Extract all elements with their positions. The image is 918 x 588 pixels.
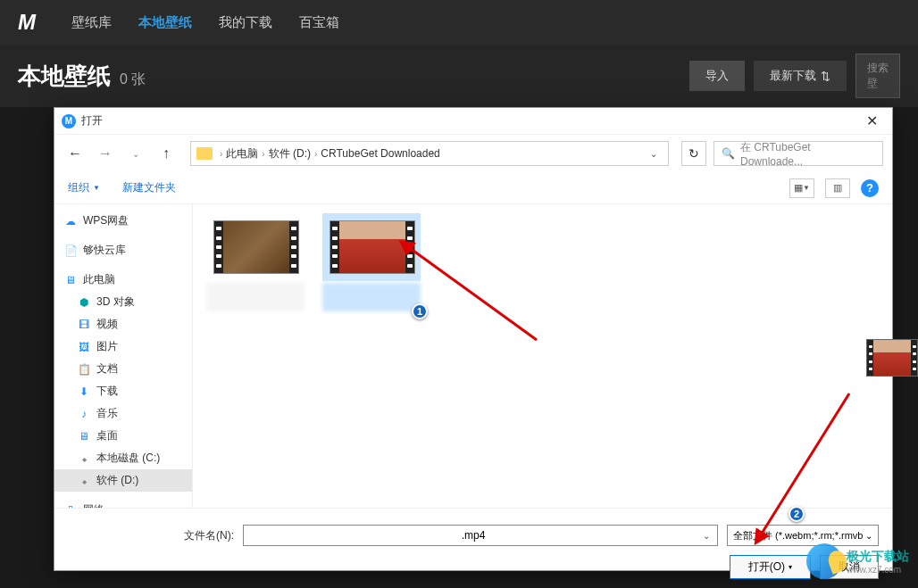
sidebar-item-video[interactable]: 🎞 视频 [54, 313, 192, 335]
nav-tab-library[interactable]: 壁纸库 [71, 14, 112, 31]
watermark-name: 极光下载站 [847, 549, 909, 565]
breadcrumb-item[interactable]: CRTubeGet Downloaded [321, 147, 439, 160]
page-title-text: 本地壁纸 [18, 61, 111, 92]
page-title: 本地壁纸 0 张 [18, 61, 146, 92]
dialog-titlebar: M 打开 ✕ [54, 108, 892, 135]
nav-tab-downloads[interactable]: 我的下载 [219, 14, 272, 31]
desktop-icon: 🖥 [77, 429, 91, 443]
sidebar-item-label: 文档 [96, 361, 118, 377]
file-list[interactable] [193, 204, 892, 508]
sidebar-item-network[interactable]: 🖧 网络 [54, 499, 192, 508]
filename-value: .mp4 [462, 529, 486, 542]
open-button-label: 打开(O) [748, 559, 785, 575]
preview-pane-button[interactable]: ▥ [825, 178, 850, 198]
chevron-down-icon: ▼ [93, 184, 100, 192]
sub-header: 本地壁纸 0 张 导入 最新下载 ⇅ 搜索壁 [0, 45, 918, 107]
dialog-toolbar: 组织 ▼ 新建文件夹 ▦ ▼ ▥ ? [54, 172, 892, 204]
sidebar-item-goukuai[interactable]: 📄 够快云库 [54, 239, 192, 261]
sidebar-item-image[interactable]: 🖼 图片 [54, 335, 192, 358]
download-icon: ⬇ [77, 385, 91, 399]
file-label [206, 283, 305, 311]
file-item-selected[interactable] [322, 213, 421, 499]
new-folder-button[interactable]: 新建文件夹 [122, 180, 176, 195]
sidebar-item-label: 软件 (D:) [96, 473, 138, 488]
open-button[interactable]: 打开(O) ▾ [730, 555, 811, 579]
dialog-nav: ← → ⌄ ↑ › 此电脑 › 软件 (D:) › CRTubeGet Down… [54, 135, 892, 172]
image-icon: 🖼 [77, 340, 91, 354]
sidebar-item-label: 下载 [96, 384, 118, 399]
organize-menu[interactable]: 组织 ▼ [68, 180, 100, 195]
annotation-badge-2: 2 [789, 506, 805, 522]
pc-icon: 🖥 [63, 273, 78, 287]
breadcrumb-item[interactable]: 此电脑 [226, 146, 258, 161]
breadcrumb-item[interactable]: 软件 (D:) [269, 146, 311, 161]
sidebar-item-label: 视频 [96, 317, 118, 332]
sidebar-item-download[interactable]: ⬇ 下载 [54, 380, 192, 402]
sidebar-item-thispc[interactable]: 🖥 此电脑 [54, 269, 192, 291]
3d-icon: ⬢ [77, 295, 91, 310]
sidebar-item-desktop[interactable]: 🖥 桌面 [54, 425, 192, 447]
chevron-right-icon: › [262, 149, 264, 159]
chevron-down-icon[interactable]: ⌄ [703, 531, 710, 541]
video-icon: 🎞 [77, 318, 91, 332]
sidebar-item-disk-c[interactable]: ⬥ 本地磁盘 (C:) [54, 447, 192, 469]
watermark-url: www.xz7.com [847, 565, 909, 575]
help-icon[interactable]: ? [861, 179, 879, 197]
folder-icon [196, 147, 213, 160]
file-label [322, 283, 421, 311]
close-icon[interactable]: ✕ [859, 112, 885, 129]
search-input[interactable]: 搜索壁 [855, 54, 900, 98]
page-count: 0 张 [120, 70, 146, 89]
up-button[interactable]: ↑ [154, 142, 178, 165]
recent-dropdown[interactable]: ⌄ [124, 142, 147, 165]
header-actions: 导入 最新下载 ⇅ 搜索壁 [689, 54, 900, 98]
search-placeholder: 在 CRTubeGet Downloade... [740, 140, 875, 168]
sort-icon: ⇅ [821, 70, 830, 83]
chevron-right-icon: › [314, 149, 317, 159]
sidebar-item-label: 3D 对象 [96, 294, 135, 310]
watermark-icon [806, 543, 842, 579]
filename-input[interactable]: x .mp4 ⌄ [243, 525, 718, 546]
refresh-button[interactable]: ↻ [681, 141, 706, 166]
sidebar-item-label: 此电脑 [83, 272, 115, 287]
dialog-search-input[interactable]: 🔍 在 CRTubeGet Downloade... [714, 141, 883, 166]
dialog-title: 打开 [81, 113, 103, 128]
app-logo: M [18, 10, 36, 35]
search-icon: 🔍 [722, 147, 735, 160]
disk-icon: ⬥ [77, 474, 91, 488]
sidebar-item-3d[interactable]: ⬢ 3D 对象 [54, 291, 192, 313]
dialog-app-icon: M [62, 114, 76, 128]
nav-tab-local[interactable]: 本地壁纸 [138, 14, 192, 31]
nav-tab-toolbox[interactable]: 百宝箱 [299, 14, 339, 31]
dialog-bottom: 文件名(N): x .mp4 ⌄ 全部文件 (*.webm;*.rm;*.rmv… [54, 508, 892, 588]
import-button[interactable]: 导入 [689, 61, 745, 91]
sidebar-item-label: 网络 [83, 502, 104, 508]
docs-icon: 📋 [77, 362, 91, 377]
filename-label: 文件名(N): [184, 528, 234, 543]
breadcrumb[interactable]: › 此电脑 › 软件 (D:) › CRTubeGet Downloaded ⌄ [190, 141, 669, 166]
sidebar-item-label: 桌面 [96, 428, 118, 443]
back-button[interactable]: ← [63, 142, 87, 165]
music-icon: ♪ [77, 407, 91, 421]
view-mode-button[interactable]: ▦ ▼ [789, 178, 814, 198]
file-open-dialog: M 打开 ✕ ← → ⌄ ↑ › 此电脑 › 软件 (D:) › CRTubeG… [54, 107, 893, 571]
chevron-down-icon: ⌄ [865, 531, 872, 541]
video-thumbnail [330, 220, 415, 274]
organize-label: 组织 [68, 180, 89, 195]
sidebar-item-docs[interactable]: 📋 文档 [54, 358, 192, 380]
latest-download-button[interactable]: 最新下载 ⇅ [754, 61, 847, 91]
app-header: M 壁纸库 本地壁纸 我的下载 百宝箱 [0, 0, 918, 45]
sidebar-item-wps[interactable]: ☁ WPS网盘 [54, 210, 192, 232]
sidebar-item-music[interactable]: ♪ 音乐 [54, 402, 192, 425]
filetype-label: 全部文件 (*.webm;*.rm;*.rmvb [733, 529, 863, 542]
preview-thumbnail [866, 339, 918, 377]
file-item[interactable] [206, 213, 305, 499]
annotation-badge-1: 1 [412, 303, 428, 319]
doc-icon: 📄 [63, 244, 78, 258]
chevron-right-icon: › [220, 149, 222, 159]
chevron-down-icon[interactable]: ⌄ [645, 149, 663, 159]
forward-button[interactable]: → [94, 142, 117, 165]
sidebar-item-label: WPS网盘 [83, 213, 129, 228]
sidebar-item-label: 够快云库 [83, 243, 126, 258]
sidebar-item-disk-d[interactable]: ⬥ 软件 (D:) [54, 469, 192, 492]
